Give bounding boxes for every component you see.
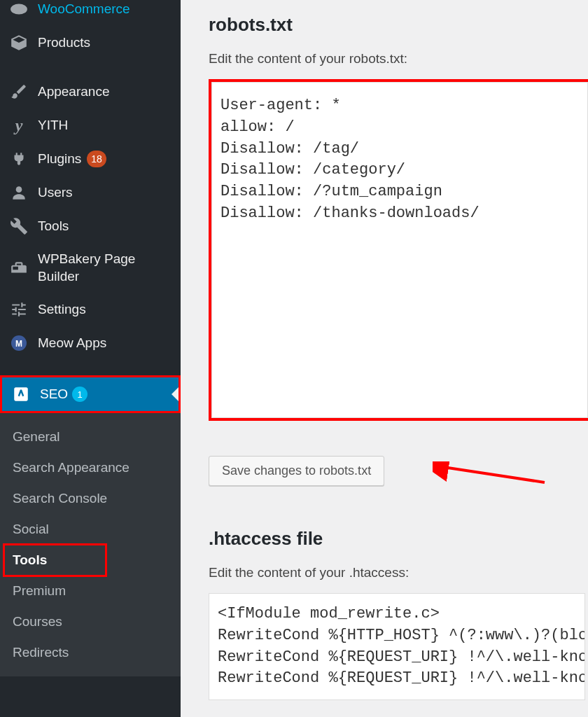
sidebar-item-label: Settings: [38, 302, 86, 317]
sidebar-item-settings[interactable]: Settings: [0, 293, 181, 326]
sidebar-item-label: Products: [38, 35, 90, 50]
robots-editor-highlight: [209, 79, 588, 421]
robots-editor[interactable]: [211, 82, 588, 418]
submenu-item-search-appearance[interactable]: Search Appearance: [0, 452, 181, 483]
sliders-icon: [8, 300, 29, 319]
submenu-item-social[interactable]: Social: [0, 514, 181, 545]
sidebar-item-label: Appearance: [38, 84, 109, 99]
seo-submenu: General Search Appearance Search Console…: [0, 413, 181, 676]
plugins-count-badge: 18: [87, 151, 106, 167]
sidebar-item-label: SEO: [40, 387, 68, 402]
svg-point-1: [16, 186, 22, 193]
woo-icon: [8, 0, 29, 18]
htaccess-heading: .htaccess file: [209, 528, 588, 550]
robots-heading: robots.txt: [209, 14, 588, 36]
yoast-icon: [10, 385, 31, 403]
sidebar-item-label: WPBakery Page Builder: [38, 251, 172, 285]
sidebar-item-tools[interactable]: Tools: [0, 209, 181, 243]
sidebar-item-products[interactable]: Products: [0, 26, 181, 60]
htaccess-editor[interactable]: <IfModule mod_rewrite.c> RewriteCond %{H…: [209, 593, 585, 700]
meow-icon: M: [8, 334, 29, 352]
box-icon: [8, 34, 29, 52]
sidebar-item-seo[interactable]: SEO 1: [2, 377, 178, 411]
submenu-item-label: Tools: [13, 552, 47, 567]
sidebar-item-label: Plugins: [38, 151, 81, 167]
yith-icon: y: [8, 116, 29, 134]
sidebar-item-plugins[interactable]: Plugins 18: [0, 142, 181, 176]
svg-line-4: [443, 467, 545, 482]
sidebar-item-wpbakery[interactable]: WPBakery Page Builder: [0, 243, 181, 293]
sidebar-item-label: WooCommerce: [38, 1, 130, 17]
submenu-item-search-console[interactable]: Search Console: [0, 483, 181, 514]
sidebar-item-yith[interactable]: y YITH: [0, 109, 181, 142]
wrench-icon: [8, 217, 29, 235]
submenu-item-redirects[interactable]: Redirects: [0, 637, 181, 668]
main-content: robots.txt Edit the content of your robo…: [181, 0, 588, 717]
seo-count-badge: 1: [72, 387, 88, 402]
sidebar-item-meow-apps[interactable]: M Meow Apps: [0, 326, 181, 360]
sidebar-item-appearance[interactable]: Appearance: [0, 75, 181, 109]
sidebar-item-label: Users: [38, 185, 73, 200]
annotation-arrow: [433, 461, 552, 489]
brush-icon: [8, 83, 29, 101]
submenu-item-premium[interactable]: Premium: [0, 576, 181, 606]
robots-desc: Edit the content of your robots.txt:: [209, 51, 588, 67]
htaccess-desc: Edit the content of your .htaccess:: [209, 565, 588, 580]
sidebar-item-label: Tools: [38, 218, 69, 234]
user-icon: [8, 183, 29, 202]
submenu-item-tools[interactable]: Tools: [0, 545, 181, 576]
sidebar-item-woocommerce[interactable]: WooCommerce: [0, 0, 181, 26]
sidebar-item-label: YITH: [38, 118, 68, 133]
wpbakery-icon: [8, 259, 29, 277]
admin-sidebar: WooCommerce Products Appearance y YITH P…: [0, 0, 181, 717]
svg-point-0: [10, 4, 27, 14]
submenu-item-courses[interactable]: Courses: [0, 606, 181, 637]
sidebar-item-users[interactable]: Users: [0, 176, 181, 209]
svg-text:M: M: [15, 339, 22, 349]
submenu-item-general[interactable]: General: [0, 422, 181, 452]
sidebar-item-label: Meow Apps: [38, 335, 106, 351]
save-robots-button[interactable]: Save changes to robots.txt: [209, 456, 384, 486]
plug-icon: [8, 150, 29, 168]
